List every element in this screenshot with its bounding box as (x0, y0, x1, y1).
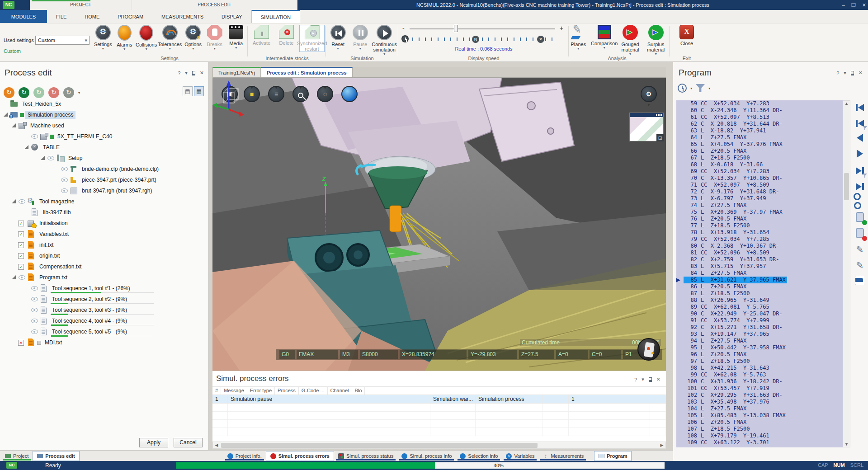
ribbon-tab[interactable]: SIMULATION (251, 10, 300, 23)
chevron-down-icon[interactable]: ▾ (642, 376, 644, 382)
ribbon-button[interactable]: Options ▾ (183, 25, 203, 51)
remote-control-icon[interactable] (637, 338, 660, 361)
gcode-line[interactable]: 86L Z+20.5 FMAX (684, 283, 843, 290)
ribbon-button[interactable]: Reset ▾ (327, 25, 349, 56)
program-action-button[interactable] (854, 196, 866, 208)
viewport-tool-caret[interactable]: ▾ (317, 86, 333, 90)
cancel-button[interactable]: Cancel (174, 438, 203, 447)
gcode-line[interactable]: 91CC X+53.774 Y+7.999 (684, 317, 843, 324)
ribbon-button[interactable]: Surplus material ▾ (643, 25, 668, 56)
enable-checkbox[interactable] (18, 242, 27, 248)
ribbon-tab[interactable]: DISPLAY (212, 10, 251, 23)
ribbon-tab[interactable]: FILE (47, 10, 75, 23)
gcode-line[interactable]: 74L Z+27.5 FMAX (684, 202, 843, 209)
scroll-right-arrow[interactable]: ▶ (658, 442, 665, 448)
viewport-tool-caret[interactable]: ▾ (292, 86, 309, 90)
ribbon-button[interactable]: Gouged material ▾ (618, 25, 643, 56)
ribbon-button[interactable]: Settings ▾ (93, 25, 113, 51)
close-panel-icon[interactable]: ✕ (656, 376, 660, 382)
column-header[interactable]: Message (221, 387, 247, 395)
time-mode-icon[interactable] (678, 84, 687, 93)
filter-icon[interactable] (696, 84, 705, 92)
visibility-eye-icon[interactable] (31, 134, 40, 139)
errors-horizontal-scrollbar[interactable]: ◀ ▶ (212, 442, 666, 449)
viewport-settings-button[interactable]: ⚙ (641, 86, 657, 102)
gcode-line[interactable]: 102C X+29.295 Y+31.663 DR- (684, 392, 843, 399)
speed-tick-ruler[interactable] (412, 38, 553, 41)
visibility-eye-icon[interactable] (61, 166, 70, 172)
gcode-line[interactable]: 59CC X+52.034 Y+7.283 (684, 100, 843, 107)
enable-checkbox[interactable] (18, 221, 27, 226)
viewport-tool-caret[interactable]: ▾ (268, 86, 284, 90)
tree-item[interactable]: Tool sequence 3, tool #3 - (9%) (0, 305, 206, 315)
gcode-line[interactable]: 93L X+19.147 Y+37.965 (684, 331, 843, 338)
document-tab[interactable]: Training1.NcsPrj (212, 67, 261, 77)
ribbon-tab[interactable]: PROGRAM (108, 10, 152, 23)
scroll-down-arrow[interactable]: ▼ (843, 442, 850, 446)
gcode-line[interactable]: 67L Z+18.5 F2500 (684, 155, 843, 161)
close-module-button[interactable]: Close (674, 25, 699, 46)
gcode-line[interactable]: 85L X+31.621 Y-37.965 FMAX (684, 277, 843, 283)
ribbon-button[interactable]: Pause ▾ (349, 25, 371, 56)
speed-x-marker[interactable]: ✕ (537, 36, 544, 43)
tree-item[interactable]: Tool magazine (0, 196, 206, 207)
panel-tab[interactable]: Simul. process info (397, 451, 456, 461)
rebuild-green-button[interactable]: ↻ (19, 87, 29, 98)
visibility-eye-icon[interactable] (61, 177, 70, 183)
panel-tab[interactable]: Project info. (223, 451, 266, 461)
gcode-line[interactable]: 71CC X+52.097 Y+8.509 (684, 182, 843, 188)
column-header[interactable]: # (212, 387, 221, 395)
ribbon-tab[interactable]: MEASUREMENTS (152, 10, 212, 23)
gcode-line[interactable]: 96L Z+20.5 FMAX (684, 351, 843, 358)
gcode-line[interactable]: 80C X-2.368 Y+10.367 DR- (684, 243, 843, 249)
enable-checkbox[interactable] (18, 253, 27, 259)
ribbon-button[interactable]: Collisions ▾ (136, 25, 157, 51)
ribbon-button[interactable]: Planes ▾ (566, 25, 591, 56)
scrollbar-thumb[interactable] (221, 443, 538, 448)
minimize-button[interactable]: – (842, 2, 845, 8)
close-panel-icon[interactable]: ✕ (859, 70, 863, 76)
help-icon[interactable]: ? (836, 70, 839, 76)
ribbon-button[interactable]: Delete (274, 25, 298, 52)
enable-checkbox[interactable] (18, 340, 27, 346)
ribbon-button[interactable]: Synchronized restart (299, 25, 325, 52)
filter-caret[interactable]: ▾ (708, 86, 710, 90)
tree-item[interactable]: Variables.txt (0, 229, 206, 240)
detail-view-button[interactable]: ▦ (194, 86, 204, 96)
scroll-left-arrow[interactable]: ◀ (213, 442, 220, 448)
gcode-line[interactable]: 92C X+15.271 Y+31.658 DR- (684, 324, 843, 331)
list-view-button[interactable]: ▤ (183, 86, 193, 96)
gcode-line[interactable]: 100C X+31.936 Y-18.242 DR- (684, 378, 843, 385)
gcode-line[interactable]: 105L X+85.483 Y-13.038 FMAX (684, 412, 843, 419)
toolbar-caret-icon[interactable]: ▾ (78, 91, 80, 95)
tree-item[interactable]: lib-3947.tlib (0, 207, 206, 218)
apply-button[interactable]: Apply (139, 438, 168, 447)
pin-icon[interactable] (851, 71, 854, 75)
tree-item[interactable]: Simulation process (0, 109, 206, 120)
speed-minus[interactable]: - (402, 24, 405, 32)
ribbon-button[interactable]: Media ▾ (226, 25, 246, 51)
tree-item[interactable]: Tool sequence 1, tool #1 - (26%) (0, 283, 206, 294)
tree-item[interactable]: Tool sequence 2, tool #2 - (9%) (0, 294, 206, 305)
gcode-line[interactable]: 61CC X+52.097 Y+8.513 (684, 114, 843, 121)
rebuild-tool-button[interactable]: ↻ (33, 87, 44, 98)
gcode-line[interactable]: 77L Z+18.5 F2500 (684, 222, 843, 229)
column-header[interactable]: G-Code ... (299, 387, 328, 395)
panel-tab[interactable]: V Variables (502, 451, 538, 461)
gcode-line[interactable]: 65L X+4.054 Y-37.976 FMAX (684, 141, 843, 148)
scrollbar-thumb[interactable] (844, 173, 849, 200)
maximize-button[interactable]: ❐ (851, 2, 856, 8)
tree-item[interactable]: 5X_TT_HERMLE_C40 (0, 131, 206, 142)
minimap-preview[interactable]: ◱ (629, 113, 664, 141)
tree-item[interactable]: Initialisation (0, 218, 206, 229)
gcode-line[interactable]: 101CC X+53.457 Y+7.919 (684, 385, 843, 392)
tree-item[interactable]: init.txt (0, 240, 206, 250)
close-panel-icon[interactable]: ✕ (200, 70, 204, 76)
code-scrollbar[interactable]: ▲ ▼ (843, 100, 850, 447)
visibility-eye-icon[interactable] (31, 329, 40, 334)
program-action-button[interactable] (854, 227, 866, 240)
ribbon-button[interactable]: Activate (250, 25, 274, 52)
tree-item[interactable]: Machine used (0, 120, 206, 131)
gcode-line[interactable]: 68L X-0.618 Y-31.66 (684, 161, 843, 168)
tree-item[interactable]: Compensation.txt (0, 261, 206, 272)
